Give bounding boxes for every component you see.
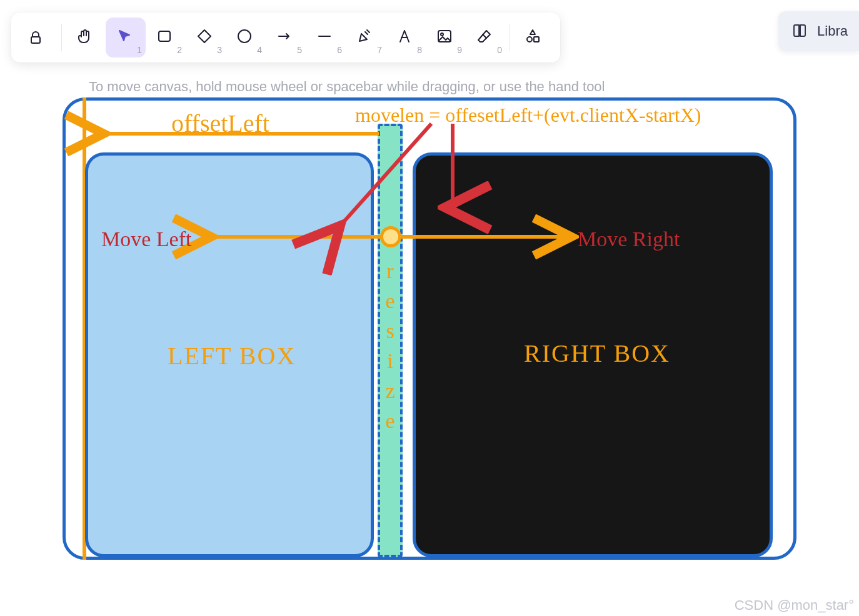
move-left-label: Move Left: [101, 227, 191, 251]
hotkey-label: 5: [297, 45, 302, 55]
hotkey-label: 3: [217, 45, 222, 55]
image-tool[interactable]: 9: [426, 17, 466, 57]
line-tool[interactable]: 6: [306, 17, 346, 57]
resize-char: i: [383, 346, 398, 376]
hand-tool[interactable]: [66, 17, 106, 57]
ellipse-tool[interactable]: 4: [226, 17, 266, 57]
selection-tool[interactable]: 1: [106, 17, 146, 57]
canvas-hint: To move canvas, hold mouse wheel or spac…: [89, 79, 605, 95]
left-box-label: LEFT BOX: [168, 341, 296, 370]
resize-char: e: [383, 286, 398, 316]
resize-char: s: [383, 316, 398, 346]
svg-rect-0: [31, 37, 40, 43]
hotkey-label: 6: [337, 45, 342, 55]
line-icon: [316, 28, 335, 47]
library-button[interactable]: Libra: [778, 11, 859, 51]
image-icon: [436, 28, 455, 47]
draw-tool[interactable]: 7: [346, 17, 386, 57]
right-box-label: RIGHT BOX: [524, 339, 670, 368]
shapes-icon: [525, 28, 543, 47]
resize-char: z: [383, 376, 398, 406]
arrow-tool[interactable]: 5: [266, 17, 306, 57]
hotkey-label: 9: [457, 45, 462, 55]
drawing-canvas[interactable]: offsetLeft movelen = offesetLeft+(evt.cl…: [63, 97, 796, 560]
svg-rect-6: [534, 37, 539, 42]
hotkey-label: 1: [137, 45, 142, 55]
drag-handle[interactable]: [380, 226, 401, 247]
hotkey-label: 4: [257, 45, 262, 55]
toolbar-divider: [510, 24, 510, 51]
diamond-tool[interactable]: 3: [186, 17, 226, 57]
rectangle-icon: [156, 28, 175, 47]
resize-char: e: [383, 406, 398, 436]
text-icon: [396, 28, 415, 47]
hotkey-label: 2: [177, 45, 182, 55]
svg-point-5: [527, 37, 532, 42]
text-tool[interactable]: 8: [386, 17, 426, 57]
library-label: Libra: [817, 23, 848, 39]
svg-point-4: [441, 33, 443, 36]
eraser-icon: [476, 28, 495, 47]
draw-icon: [356, 28, 375, 47]
formula-label: movelen = offesetLeft+(evt.clientX-start…: [355, 104, 701, 127]
selection-icon: [116, 28, 135, 47]
toolbar: 1 2 3 4 5 6 7 8 9 0: [11, 12, 560, 62]
resize-label: r e s i z e: [383, 256, 398, 436]
watermark: CSDN @mon_star°: [735, 597, 854, 614]
hotkey-label: 0: [497, 45, 502, 55]
eraser-tool[interactable]: 0: [466, 17, 506, 57]
book-icon: [792, 23, 808, 39]
lock-icon: [28, 28, 47, 47]
rectangle-tool[interactable]: 2: [146, 17, 186, 57]
resize-char: r: [383, 256, 398, 286]
toolbar-divider: [61, 24, 62, 51]
shapes-tool[interactable]: [514, 17, 554, 57]
diamond-icon: [196, 28, 215, 47]
svg-rect-1: [159, 31, 170, 41]
arrow-icon: [276, 28, 295, 47]
hotkey-label: 8: [417, 45, 422, 55]
offsetleft-label: offsetLeft: [171, 109, 269, 138]
ellipse-icon: [236, 28, 255, 47]
hotkey-label: 7: [377, 45, 382, 55]
hand-icon: [76, 28, 95, 47]
move-right-label: Move Right: [578, 227, 680, 251]
svg-point-2: [238, 30, 251, 42]
lock-tool[interactable]: [18, 17, 58, 57]
